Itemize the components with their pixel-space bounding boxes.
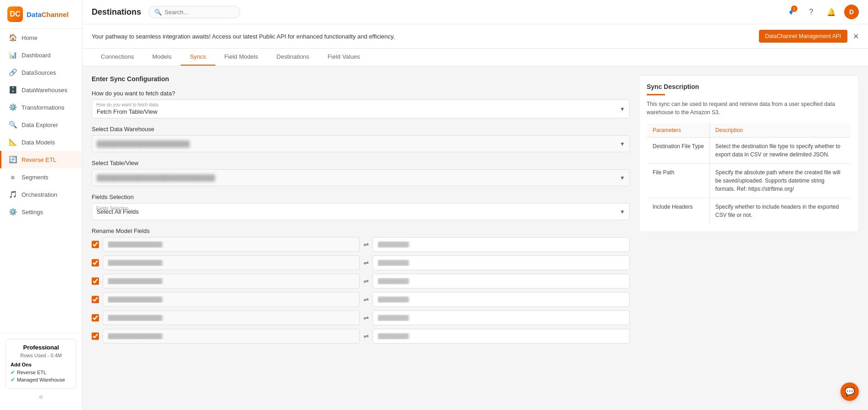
sidebar-item-datamodels[interactable]: 📐Data Models bbox=[0, 133, 82, 151]
fetch-field-label: How do you want to fetch data. bbox=[96, 102, 159, 107]
rename-checkbox-2[interactable] bbox=[92, 277, 99, 285]
addon-reverse-etl: ✔ Reverse ETL bbox=[11, 369, 71, 376]
left-panel: Enter Sync Configuration How do you want… bbox=[92, 75, 630, 401]
rename-field-input-1[interactable] bbox=[103, 255, 360, 270]
rename-field-input-5[interactable] bbox=[103, 329, 360, 344]
transformations-icon: ⚙️ bbox=[9, 103, 17, 111]
close-icon[interactable]: ✕ bbox=[853, 32, 859, 41]
settings-icon: ⚙️ bbox=[9, 208, 17, 216]
fields-select[interactable]: Select All Fields bbox=[92, 203, 630, 220]
table-select-wrapper: Select a table or view. ████████████████… bbox=[92, 169, 630, 186]
rename-row: ⇌ bbox=[92, 255, 630, 270]
sidebar-bottom: Professional Rows Used - 0.4M Add Ons ✔ … bbox=[0, 333, 82, 410]
rename-field-input-3[interactable] bbox=[103, 292, 360, 307]
tab-syncs[interactable]: Syncs bbox=[181, 49, 215, 66]
right-panel: Sync Description This sync can be used t… bbox=[639, 75, 859, 401]
orchestration-icon: 🎵 bbox=[9, 190, 17, 199]
sidebar-nav: 🏠Home📊Dashboard🔗DataSources🗄️DataWarehou… bbox=[0, 29, 82, 221]
search-icon: 🔍 bbox=[154, 9, 162, 16]
params-row: File Path Specify the absolute path wher… bbox=[647, 164, 851, 198]
param-name-2: Include Headers bbox=[647, 198, 710, 224]
fields-group: Fields Selection Fields Selection Select… bbox=[92, 194, 630, 220]
sidebar-item-reverseetl[interactable]: 🔄Reverse ETL bbox=[0, 151, 82, 168]
rename-field-input-0[interactable] bbox=[103, 237, 360, 252]
rename-field-input-4[interactable] bbox=[103, 310, 360, 325]
main-content: Destinations 🔍 ♦ 1 ? 🔔 D Your pathway to… bbox=[82, 0, 868, 410]
rename-label: Rename Model Fields bbox=[92, 227, 630, 234]
notification-bar: Your pathway to seamless integration awa… bbox=[82, 24, 868, 49]
rename-checkbox-5[interactable] bbox=[92, 332, 99, 340]
segments-icon: ≡ bbox=[9, 173, 17, 181]
rename-checkbox-1[interactable] bbox=[92, 259, 99, 266]
sidebar-item-label: DataSources bbox=[22, 69, 56, 76]
params-table: Parameters Description Destination File … bbox=[647, 123, 851, 224]
chat-bubble[interactable]: 💬 bbox=[841, 382, 859, 401]
rename-checkbox-4[interactable] bbox=[92, 314, 99, 321]
rename-arrow-icon-5: ⇌ bbox=[363, 332, 369, 340]
search-box[interactable]: 🔍 bbox=[148, 6, 240, 18]
subtabs-bar: ConnectionsModelsSyncsField ModelsDestin… bbox=[82, 49, 868, 66]
logo: DC DataChannel bbox=[0, 0, 82, 29]
sidebar-item-datawarehouses[interactable]: 🗄️DataWarehouses bbox=[0, 81, 82, 99]
rename-checkbox-0[interactable] bbox=[92, 241, 99, 248]
rename-output-input-2[interactable] bbox=[373, 274, 630, 288]
user-avatar[interactable]: D bbox=[844, 5, 859, 19]
param-desc-1: Specify the absolute path where the crea… bbox=[709, 164, 851, 198]
notification-icon[interactable]: 🔔 bbox=[824, 5, 839, 19]
plan-addons-label: Add Ons bbox=[11, 362, 71, 367]
search-input[interactable] bbox=[165, 9, 234, 16]
sidebar-item-label: Home bbox=[22, 34, 38, 41]
help-icon[interactable]: ? bbox=[804, 5, 819, 19]
rename-arrow-icon-4: ⇌ bbox=[363, 314, 369, 321]
fields-label: Fields Selection bbox=[92, 194, 630, 200]
tab-field-values[interactable]: Field Values bbox=[319, 49, 369, 66]
rename-checkbox-3[interactable] bbox=[92, 296, 99, 303]
sidebar-item-settings[interactable]: ⚙️Settings bbox=[0, 203, 82, 221]
param-name-0: Destination File Type bbox=[647, 138, 710, 164]
sidebar-item-dataexplorer[interactable]: 🔍Data Explorer bbox=[0, 116, 82, 133]
content-area: Enter Sync Configuration How do you want… bbox=[82, 66, 868, 410]
topbar: Destinations 🔍 ♦ 1 ? 🔔 D bbox=[82, 0, 868, 24]
sidebar-item-label: Transformations bbox=[22, 104, 64, 111]
rename-arrow-icon-3: ⇌ bbox=[363, 296, 369, 303]
sidebar-item-home[interactable]: 🏠Home bbox=[0, 29, 82, 46]
sidebar-item-dashboard[interactable]: 📊Dashboard bbox=[0, 46, 82, 64]
sidebar-item-orchestration[interactable]: 🎵Orchestration bbox=[0, 186, 82, 203]
datawarehouses-icon: 🗄️ bbox=[9, 86, 17, 94]
rename-field-input-2[interactable] bbox=[103, 274, 360, 288]
sidebar-item-label: Orchestration bbox=[22, 191, 57, 198]
plan-rows: Rows Used - 0.4M bbox=[11, 353, 71, 358]
tab-destinations2[interactable]: Destinations bbox=[267, 49, 319, 66]
warehouse-input[interactable]: ██████████████████████ bbox=[92, 135, 630, 152]
form-section-title: Enter Sync Configuration bbox=[92, 75, 630, 83]
tab-connections[interactable]: Connections bbox=[92, 49, 143, 66]
fetch-select[interactable]: Fetch From Table/View bbox=[92, 100, 630, 118]
sync-desc-divider bbox=[647, 94, 665, 95]
sidebar-item-label: Data Models bbox=[22, 139, 55, 146]
sidebar-collapse-button[interactable]: « bbox=[5, 389, 77, 404]
rename-row: ⇌ bbox=[92, 274, 630, 288]
sidebar-item-segments[interactable]: ≡Segments bbox=[0, 168, 82, 186]
table-input[interactable]: ████████████████████████████ bbox=[92, 169, 630, 186]
params-col-header: Parameters bbox=[647, 123, 710, 138]
sidebar-item-datasources[interactable]: 🔗DataSources bbox=[0, 64, 82, 81]
sync-desc-text: This sync can be used to request and ret… bbox=[647, 100, 851, 116]
rename-row: ⇌ bbox=[92, 237, 630, 252]
tab-models[interactable]: Models bbox=[143, 49, 181, 66]
tab-field-models[interactable]: Field Models bbox=[215, 49, 268, 66]
rename-output-input-3[interactable] bbox=[373, 292, 630, 307]
rename-output-input-4[interactable] bbox=[373, 310, 630, 325]
plan-box: Professional Rows Used - 0.4M Add Ons ✔ … bbox=[5, 339, 77, 389]
params-row: Destination File Type Select the destina… bbox=[647, 138, 851, 164]
rename-output-input-5[interactable] bbox=[373, 329, 630, 344]
api-button[interactable]: DataChannel Management API bbox=[759, 30, 847, 43]
rename-table: ⇌ ⇌ ⇌ ⇌ ⇌ ⇌ bbox=[92, 237, 630, 344]
fields-field-label: Fields Selection bbox=[96, 206, 129, 211]
reverseetl-icon: 🔄 bbox=[9, 155, 17, 164]
rename-output-input-0[interactable] bbox=[373, 237, 630, 252]
rename-output-input-1[interactable] bbox=[373, 255, 630, 270]
diamond-icon[interactable]: ♦ 1 bbox=[784, 5, 798, 19]
sidebar-item-transformations[interactable]: ⚙️Transformations bbox=[0, 99, 82, 116]
warehouse-group: Select Data Warehouse Select Data Wareho… bbox=[92, 126, 630, 152]
addon-managed-warehouse: ✔ Managed Warehouse bbox=[11, 377, 71, 383]
